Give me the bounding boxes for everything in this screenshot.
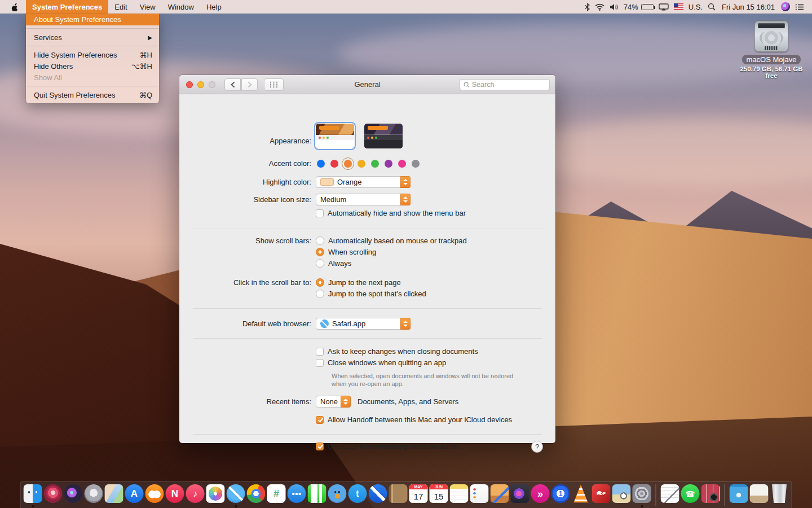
running-indicator — [32, 505, 34, 507]
close-windows-checkbox[interactable] — [316, 359, 324, 367]
ask-keep-changes-checkbox[interactable] — [316, 348, 324, 356]
dock-twitter[interactable]: t — [348, 484, 367, 503]
dock-itunes[interactable]: ♪ — [186, 484, 205, 503]
dock-contacts[interactable] — [389, 484, 408, 503]
default-browser-dropdown[interactable]: Safari.app — [316, 318, 411, 330]
accent-color-blue[interactable] — [317, 160, 325, 168]
hide-menubar-checkbox[interactable] — [316, 209, 324, 217]
window-titlebar[interactable]: General — [179, 75, 555, 94]
jump-next-page-radio[interactable] — [316, 278, 324, 287]
dock-fantastical-calendar[interactable]: MAY17 — [409, 484, 428, 503]
notification-center-icon[interactable] — [795, 3, 804, 11]
dock-facetime[interactable] — [308, 484, 326, 503]
spotlight-icon[interactable] — [708, 3, 716, 11]
dock-textedit[interactable] — [661, 484, 679, 503]
dock-app-store[interactable]: A — [125, 484, 144, 503]
accent-color-purple[interactable] — [385, 160, 392, 168]
dock-maps[interactable] — [105, 484, 123, 503]
dock-pdf-expert[interactable]: PDF — [592, 484, 611, 503]
volume-icon[interactable] — [610, 3, 619, 11]
menu-item-hide-system-preferences[interactable]: Hide System Preferences⌘H — [26, 49, 159, 60]
menubar-item-view[interactable]: View — [134, 0, 162, 14]
dock-onepassword[interactable]: 1 — [551, 484, 570, 503]
back-button[interactable] — [224, 78, 241, 91]
accent-color-pink[interactable] — [398, 160, 406, 168]
dock-vlc[interactable] — [572, 484, 590, 503]
dock-system-preferences[interactable] — [633, 484, 651, 503]
dock-spark-mail[interactable] — [369, 484, 387, 503]
scrollbars-when-scrolling-radio[interactable] — [316, 248, 324, 256]
menubar-item-system-preferences[interactable]: System Preferences — [26, 0, 108, 14]
dock-twitterrific[interactable] — [328, 484, 347, 503]
dock-news[interactable]: N — [166, 484, 184, 503]
menubar-item-window[interactable]: Window — [162, 0, 200, 14]
scrollbars-always-radio[interactable] — [316, 259, 324, 268]
dock-reminders[interactable] — [470, 484, 489, 503]
dock-photos[interactable] — [206, 484, 225, 503]
dock-calendar[interactable]: JUN15 — [430, 484, 448, 503]
lcd-smoothing-checkbox[interactable] — [316, 443, 324, 450]
menu-item-quit-system-preferences[interactable]: Quit System Preferences⌘Q — [26, 89, 159, 100]
search-input[interactable] — [472, 81, 546, 89]
dock-notes[interactable] — [450, 484, 469, 503]
input-source-flag-icon[interactable] — [674, 3, 683, 10]
menu-item-services[interactable]: Services▶ — [26, 32, 159, 43]
input-source-label[interactable]: U.S. — [689, 3, 703, 11]
menubar-item-help[interactable]: Help — [200, 0, 228, 14]
close-button[interactable] — [186, 81, 193, 88]
dock-trash[interactable] — [770, 484, 789, 503]
dock-pixelmator[interactable] — [511, 484, 529, 503]
dock-slack[interactable]: # — [267, 484, 286, 503]
dock-messenger[interactable] — [288, 484, 306, 503]
minimize-button[interactable] — [197, 81, 204, 88]
search-field[interactable] — [460, 79, 550, 90]
appearance-light-option[interactable] — [316, 124, 354, 148]
volume-capacity-label: 250.79 GB, 56.71 GB free — [740, 65, 803, 79]
zoom-button-disabled — [209, 81, 215, 88]
dock-whatsapp[interactable]: ☎ — [681, 484, 700, 503]
dock-preview[interactable] — [612, 484, 631, 503]
dock-image-editor[interactable] — [491, 484, 509, 503]
dock-photo-collage[interactable] — [701, 484, 720, 503]
dock-books[interactable] — [145, 484, 164, 503]
highlight-color-dropdown[interactable]: Orange — [316, 176, 411, 188]
apple-menu-icon[interactable] — [0, 0, 26, 14]
desktop-volume-macos-mojave[interactable]: macOS Mojave 250.79 GB, 56.71 GB free — [740, 20, 803, 79]
menu-item-about-system-preferences[interactable]: About System Preferences — [26, 14, 159, 25]
dock-photo-booth[interactable] — [44, 484, 63, 503]
battery-icon — [641, 4, 654, 10]
bluetooth-icon[interactable] — [585, 3, 590, 11]
general-pane: Appearance: Accent color: Highlight colo… — [179, 94, 555, 443]
dock-safari[interactable] — [227, 484, 245, 503]
menubar-item-edit[interactable]: Edit — [108, 0, 133, 14]
wifi-icon[interactable] — [595, 3, 604, 11]
allow-handoff-checkbox[interactable] — [316, 416, 324, 424]
scrollbars-auto-radio[interactable] — [316, 237, 324, 245]
system-preferences-menu: About System PreferencesServices▶Hide Sy… — [26, 14, 159, 103]
dock-dropbox-folder[interactable] — [730, 484, 748, 503]
show-all-grid-button[interactable] — [264, 78, 284, 91]
sidebar-icon-size-dropdown[interactable]: Medium — [316, 194, 411, 205]
accent-color-gray[interactable] — [412, 160, 420, 168]
dropdown-stepper-icon — [400, 194, 411, 205]
dock-documents-folder[interactable] — [750, 484, 769, 503]
accent-color-green[interactable] — [371, 160, 379, 168]
dock-chrome[interactable] — [247, 484, 266, 503]
appearance-dark-option[interactable] — [364, 124, 403, 148]
dock-launchpad[interactable] — [85, 484, 103, 503]
dock-skitch[interactable]: » — [531, 484, 550, 503]
accent-color-orange[interactable] — [344, 160, 352, 168]
dock-siri[interactable] — [64, 484, 83, 503]
help-button[interactable]: ? — [531, 441, 543, 453]
airplay-display-icon[interactable] — [659, 3, 669, 11]
battery-indicator[interactable]: 74% — [624, 3, 654, 11]
recent-items-dropdown[interactable]: None — [316, 396, 351, 408]
siri-icon[interactable] — [781, 2, 790, 11]
dock-finder[interactable] — [24, 484, 42, 503]
accent-color-yellow[interactable] — [358, 160, 365, 168]
jump-to-spot-radio[interactable] — [316, 290, 324, 298]
menubar-clock[interactable]: Fri Jun 15 16:01 — [721, 3, 776, 11]
accent-color-red[interactable] — [330, 160, 338, 168]
hide-menubar-label: Automatically hide and show the menu bar — [328, 209, 466, 217]
menu-item-hide-others[interactable]: Hide Others⌥⌘H — [26, 60, 159, 72]
